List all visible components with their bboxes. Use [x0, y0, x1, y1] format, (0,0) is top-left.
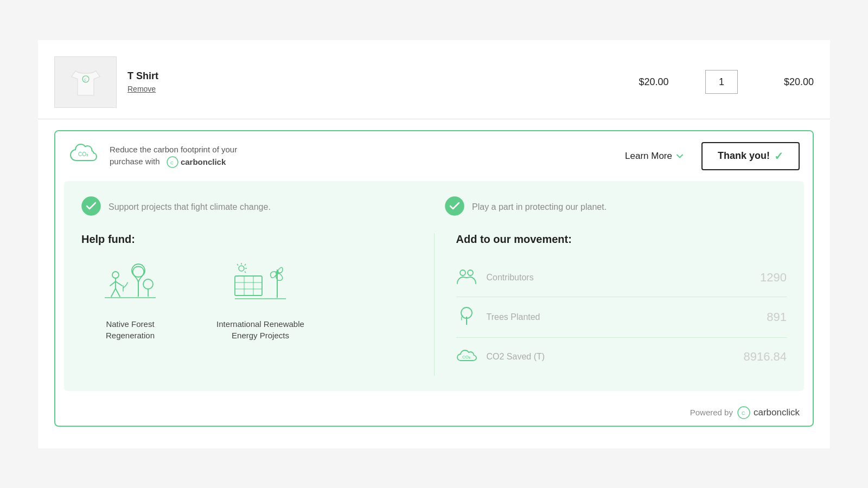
- product-image: C: [54, 56, 117, 108]
- page-container: C T Shirt Remove $20.00 1 $20.00 CO₂ Red…: [38, 40, 830, 448]
- trees-label: Trees Planted: [487, 312, 757, 322]
- svg-text:C: C: [84, 78, 87, 81]
- carbon-body-checks: Support projects that fight climate chan…: [81, 196, 787, 218]
- svg-text:CO₂: CO₂: [462, 355, 470, 359]
- stat-row-trees: Trees Planted 891: [456, 297, 787, 338]
- svg-line-20: [237, 264, 238, 266]
- co2-value: 8916.84: [743, 350, 787, 364]
- carbon-header-description: Reduce the carbon footprint of your purc…: [110, 144, 608, 169]
- product-quantity[interactable]: 1: [705, 70, 738, 94]
- svg-rect-10: [235, 276, 262, 296]
- product-row: C T Shirt Remove $20.00 1 $20.00: [38, 51, 830, 119]
- check-item-right: Play a part in protecting our planet.: [445, 196, 787, 218]
- check-text-right: Play a part in protecting our planet.: [472, 202, 607, 212]
- movement-title: Add to our movement:: [456, 233, 787, 246]
- fund-projects-list: Native Forest Regeneration: [81, 259, 412, 341]
- co2-saved-icon: CO₂: [456, 346, 477, 367]
- check-item-left: Support projects that fight climate chan…: [81, 196, 423, 218]
- svg-point-15: [239, 266, 244, 271]
- stat-row-co2: CO₂ CO2 Saved (T) 8916.84: [456, 338, 787, 376]
- carbon-footer: Powered by C carbonclick: [55, 400, 813, 426]
- remove-link[interactable]: Remove: [127, 85, 156, 93]
- svg-text:CO₂: CO₂: [78, 151, 88, 157]
- svg-point-23: [460, 270, 465, 275]
- fund-project-renewable-label: International Renewable Energy Projects: [212, 318, 309, 341]
- fund-project-forest-label: Native Forest Regeneration: [81, 318, 179, 341]
- svg-line-19: [245, 271, 246, 273]
- check-circle-right: [445, 196, 464, 218]
- trees-icon: [456, 306, 477, 329]
- fund-project-renewable: International Renewable Energy Projects: [212, 259, 309, 341]
- carbon-body: Support projects that fight climate chan…: [64, 181, 804, 391]
- movement-section: Add to our movement: Contri: [434, 233, 787, 376]
- svg-point-24: [468, 270, 473, 275]
- co2-cloud-icon: CO₂: [68, 141, 101, 171]
- forest-project-icon: [100, 259, 160, 310]
- chevron-down-icon: [675, 152, 684, 160]
- stat-row-contributors: Contributors 1290: [456, 259, 787, 297]
- carbonclick-footer-logo: C carbonclick: [737, 406, 800, 419]
- check-circle-left: [81, 196, 101, 218]
- fund-project-forest: Native Forest Regeneration: [81, 259, 179, 341]
- thank-you-checkmark: ✓: [774, 150, 783, 163]
- contributors-label: Contributors: [487, 273, 751, 282]
- powered-by-text: Powered by: [690, 408, 733, 417]
- product-name: T Shirt: [127, 70, 602, 82]
- trees-value: 891: [767, 310, 787, 324]
- svg-text:C: C: [742, 410, 745, 416]
- svg-text:C: C: [170, 160, 174, 165]
- carbonclick-inline-logo: C carbonclick: [162, 156, 226, 169]
- thank-you-button[interactable]: Thank you! ✓: [701, 142, 800, 170]
- carbon-widget: CO₂ Reduce the carbon footprint of your …: [54, 130, 814, 427]
- help-fund-section: Help fund:: [81, 233, 434, 376]
- contributors-icon: [456, 267, 477, 288]
- svg-point-6: [445, 197, 464, 215]
- svg-line-17: [245, 264, 246, 266]
- check-text-left: Support projects that fight climate chan…: [108, 202, 271, 212]
- carbon-header: CO₂ Reduce the carbon footprint of your …: [55, 131, 813, 181]
- learn-more-button[interactable]: Learn More: [616, 146, 693, 166]
- svg-point-5: [82, 197, 100, 215]
- carbonclick-footer-name: carbonclick: [754, 407, 800, 418]
- svg-point-8: [143, 279, 153, 289]
- renewable-project-icon: [231, 259, 290, 310]
- product-info: T Shirt Remove: [127, 70, 602, 93]
- contributors-value: 1290: [760, 271, 787, 285]
- carbon-body-main: Help fund:: [81, 233, 787, 376]
- product-total: $20.00: [749, 76, 814, 88]
- co2-label: CO2 Saved (T): [487, 352, 734, 362]
- svg-point-9: [112, 272, 119, 278]
- help-fund-title: Help fund:: [81, 233, 412, 246]
- movement-stats-list: Contributors 1290: [456, 259, 787, 376]
- product-price: $20.00: [613, 76, 694, 88]
